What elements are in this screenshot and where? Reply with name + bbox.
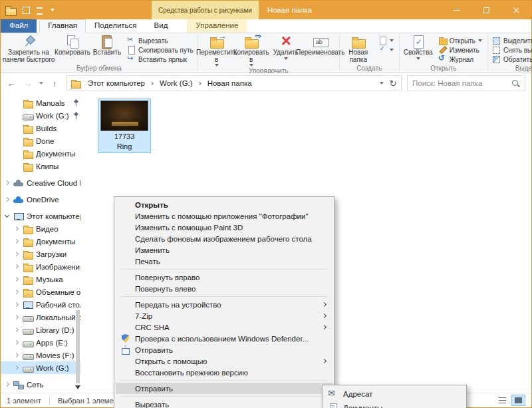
scrollbar-thumb[interactable]: [76, 310, 80, 383]
qat-new-folder-icon[interactable]: [36, 6, 44, 14]
selected-file-tile[interactable]: 17733 Ring: [98, 99, 151, 153]
tab-manage[interactable]: Управление: [187, 19, 247, 33]
chevron-right-icon[interactable]: [13, 264, 20, 270]
breadcrumb-this-pc[interactable]: Этот компьютер: [84, 79, 149, 88]
select-all-button[interactable]: Выделить все: [490, 36, 532, 45]
menu-item-edit[interactable]: Изменить: [116, 244, 332, 256]
chevron-right-icon[interactable]: [13, 339, 20, 346]
menu-item-windows-defender-scan[interactable]: Проверка с использованием Windows Defend…: [116, 333, 332, 344]
sidebar-item-done[interactable]: Done: [1, 134, 80, 147]
scrollbar-down-arrow-icon[interactable]: [75, 385, 80, 392]
menu-item-7zip[interactable]: 7-Zip: [116, 310, 332, 321]
tab-share[interactable]: Поделиться: [86, 19, 146, 33]
menu-item-cast-to-device[interactable]: Передать на устройство: [116, 299, 332, 310]
menu-item-edit-with-photos[interactable]: Изменить с помощью приложения "Фотографи…: [116, 210, 332, 222]
large-icons-view-button[interactable]: [511, 395, 525, 406]
menu-item-restore-previous-versions[interactable]: Восстановить прежнюю версию: [116, 367, 332, 378]
copy-path-button[interactable]: Скопировать путь: [125, 45, 196, 55]
chevron-right-icon[interactable]: [13, 314, 20, 321]
tab-file[interactable]: Файл: [1, 19, 37, 33]
up-button[interactable]: [47, 76, 62, 91]
cut-button[interactable]: Вырезать: [125, 36, 196, 45]
paste-shortcut-button[interactable]: Вставить ярлык: [125, 55, 196, 64]
chevron-right-icon[interactable]: [13, 352, 20, 359]
picture-tools-badge[interactable]: Средства работы с рисунками: [152, 1, 259, 19]
invert-selection-button[interactable]: Обратить выделение: [490, 55, 532, 64]
move-to-button[interactable]: → Переместить в: [200, 34, 234, 67]
sidebar-item-3d-objects[interactable]: Объемные объекты: [1, 286, 80, 298]
chevron-right-icon[interactable]: [13, 365, 20, 371]
pin-to-quick-access-button[interactable]: Закрепить на панели быстрого доступа: [2, 34, 55, 63]
sidebar-item-local-disk[interactable]: Локальный диск: [1, 311, 80, 323]
sidebar-item-videos[interactable]: Видео: [1, 222, 80, 235]
sidebar-item-manuals[interactable]: Manuals: [1, 97, 80, 109]
sidebar-item-pictures[interactable]: Изображения: [1, 260, 80, 273]
sidebar-item-music[interactable]: Музыка: [1, 273, 80, 286]
submenu-item-documents[interactable]: Документы: [324, 401, 465, 408]
delete-button[interactable]: Удалить: [269, 34, 303, 61]
new-folder-button[interactable]: Новая папка: [341, 34, 376, 63]
select-none-button[interactable]: Снять выделение: [490, 45, 532, 55]
sidebar-item-work-g[interactable]: Work (G:): [1, 361, 80, 374]
sidebar-item-apps-e[interactable]: Apps (E:): [1, 336, 80, 349]
chevron-right-icon[interactable]: [13, 327, 20, 333]
address-dropdown-icon[interactable]: [378, 79, 387, 88]
properties-button[interactable]: Свойства: [401, 34, 436, 61]
tab-view[interactable]: Вид: [146, 19, 177, 33]
refresh-icon[interactable]: [388, 79, 398, 89]
menu-item-open-with[interactable]: Открыть с помощью: [116, 355, 332, 367]
sidebar-item-builds[interactable]: Builds: [1, 122, 80, 134]
copy-button[interactable]: Копировать: [55, 34, 90, 57]
sidebar-item-documents-qa[interactable]: Документы: [1, 147, 80, 160]
sidebar-item-network[interactable]: Сеть: [1, 378, 80, 391]
chevron-right-icon[interactable]: [13, 302, 20, 308]
sidebar-item-desktop[interactable]: Рабочий стол: [1, 298, 80, 311]
sidebar-item-library-d[interactable]: Library (D:): [1, 323, 80, 336]
sidebar-item-downloads[interactable]: Загрузки: [1, 248, 80, 260]
search-box[interactable]: Поиск: Новая папка: [407, 75, 525, 91]
sidebar-item-clips[interactable]: Клипы: [1, 160, 80, 172]
sidebar-item-work-g-pinned[interactable]: Work (G:): [1, 109, 80, 122]
menu-item-set-as-desktop-background[interactable]: Сделать фоновым изображением рабочего ст…: [116, 233, 332, 244]
sidebar-item-movies-f[interactable]: Movies (F:): [1, 349, 80, 361]
back-button[interactable]: [4, 76, 19, 91]
paste-button[interactable]: Вставить: [90, 34, 124, 57]
new-item-button[interactable]: [376, 36, 397, 45]
open-button[interactable]: Открыть: [436, 36, 485, 45]
sidebar-item-this-pc[interactable]: Этот компьютер: [1, 210, 80, 222]
maximize-button[interactable]: [471, 1, 501, 19]
chevron-right-icon[interactable]: [13, 276, 20, 283]
menu-item-cut[interactable]: Вырезать: [116, 399, 332, 408]
sidebar-item-documents[interactable]: Документы: [1, 235, 80, 248]
rename-button[interactable]: Переименовать: [303, 34, 338, 57]
address-bar[interactable]: Этот компьютер Work (G:) Новая папка: [66, 75, 402, 91]
breadcrumb-separator-icon[interactable]: [150, 79, 155, 88]
forward-button[interactable]: [21, 76, 35, 91]
history-button[interactable]: Журнал: [436, 55, 485, 64]
menu-item-rotate-left[interactable]: Повернуть влево: [116, 283, 332, 294]
chevron-down-icon[interactable]: [4, 213, 11, 220]
sidebar-item-creative-cloud[interactable]: Creative Cloud Files: [1, 176, 80, 189]
minimize-button[interactable]: [442, 1, 471, 19]
sidebar-scrollbar[interactable]: [74, 93, 80, 393]
chevron-right-icon[interactable]: [13, 289, 20, 296]
menu-item-open[interactable]: Открыть: [116, 199, 332, 210]
tab-home[interactable]: Главная: [39, 19, 86, 33]
chevron-right-icon[interactable]: [4, 180, 11, 186]
properties-dropdown-icon[interactable]: [416, 57, 420, 61]
menu-item-print[interactable]: Печать: [116, 256, 332, 267]
chevron-right-icon[interactable]: [13, 238, 20, 245]
breadcrumb-current-folder[interactable]: Новая папка: [203, 79, 256, 88]
menu-item-share[interactable]: Отправить: [116, 344, 332, 355]
breadcrumb-separator-icon[interactable]: [198, 79, 203, 88]
chevron-right-icon[interactable]: [4, 381, 11, 388]
chevron-right-icon[interactable]: [4, 196, 11, 203]
close-button[interactable]: [501, 1, 531, 19]
chevron-right-icon[interactable]: [13, 251, 20, 258]
submenu-item-mail-recipient[interactable]: Адресат: [324, 387, 465, 401]
qat-dropdown-icon[interactable]: [50, 7, 57, 13]
menu-item-edit-with-paint3d[interactable]: Изменить с помощью Paint 3D: [116, 222, 332, 233]
delete-dropdown-icon[interactable]: [284, 57, 288, 61]
search-icon[interactable]: [511, 79, 520, 88]
sidebar-item-onedrive[interactable]: OneDrive: [1, 193, 80, 206]
